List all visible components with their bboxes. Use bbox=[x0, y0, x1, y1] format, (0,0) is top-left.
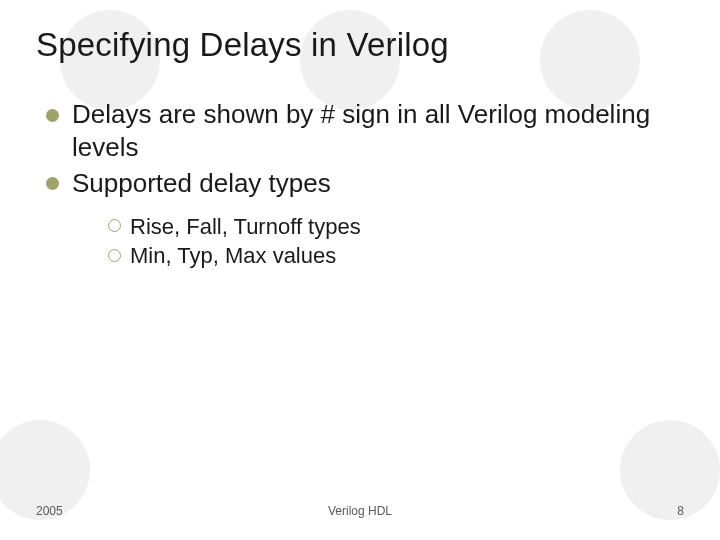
sub-bullet-item: Rise, Fall, Turnoff types bbox=[108, 212, 684, 242]
slide-body: Specifying Delays in Verilog Delays are … bbox=[0, 0, 720, 540]
bullet-list-level1: Delays are shown by # sign in all Verilo… bbox=[46, 98, 684, 271]
bullet-item: Delays are shown by # sign in all Verilo… bbox=[46, 98, 684, 165]
bullet-list-level2: Rise, Fall, Turnoff types Min, Typ, Max … bbox=[108, 212, 684, 271]
sub-bullet-text: Rise, Fall, Turnoff types bbox=[130, 214, 361, 239]
footer-center: Verilog HDL bbox=[328, 504, 392, 518]
bullet-item: Supported delay types Rise, Fall, Turnof… bbox=[46, 167, 684, 272]
bullet-text: Supported delay types bbox=[72, 168, 331, 198]
sub-bullet-item: Min, Typ, Max values bbox=[108, 241, 684, 271]
slide-footer: 2005 Verilog HDL 8 bbox=[0, 504, 720, 518]
footer-left: 2005 bbox=[36, 504, 63, 518]
footer-right: 8 bbox=[677, 504, 684, 518]
sub-bullet-text: Min, Typ, Max values bbox=[130, 243, 336, 268]
bullet-text: Delays are shown by # sign in all Verilo… bbox=[72, 99, 650, 162]
slide-title: Specifying Delays in Verilog bbox=[36, 26, 684, 64]
